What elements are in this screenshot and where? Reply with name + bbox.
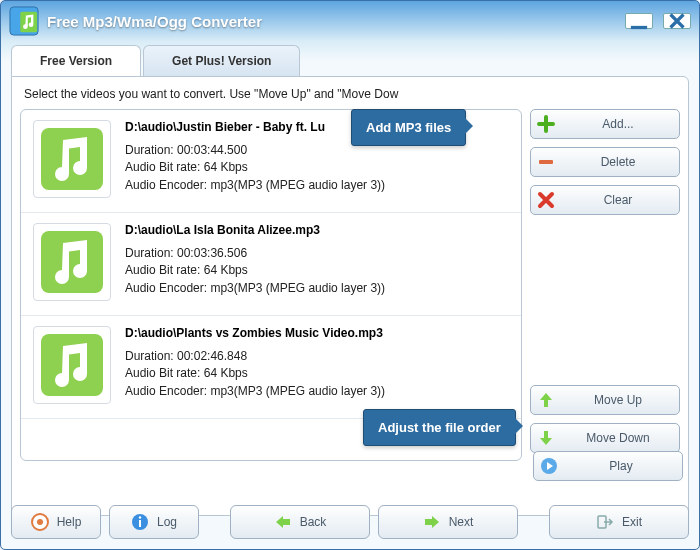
add-button[interactable]: Add... bbox=[530, 109, 680, 139]
file-thumbnail bbox=[33, 120, 111, 198]
svg-rect-4 bbox=[41, 231, 103, 293]
log-label: Log bbox=[157, 515, 177, 529]
svg-rect-2 bbox=[631, 26, 647, 29]
file-thumbnail bbox=[33, 326, 111, 404]
file-bitrate: Audio Bit rate: 64 Kbps bbox=[125, 365, 509, 382]
app-icon bbox=[9, 6, 39, 36]
play-icon bbox=[540, 457, 558, 475]
callout-add-files: Add MP3 files bbox=[351, 109, 466, 146]
close-button[interactable] bbox=[663, 13, 691, 29]
file-encoder: Audio Encoder: mp3(MP3 (MPEG audio layer… bbox=[125, 280, 509, 297]
app-title: Free Mp3/Wma/Ogg Converter bbox=[47, 13, 262, 30]
file-duration: Duration: 00:03:36.506 bbox=[125, 245, 509, 262]
tab-free-version[interactable]: Free Version bbox=[11, 45, 141, 76]
music-note-icon bbox=[39, 332, 105, 398]
move-up-button[interactable]: Move Up bbox=[530, 385, 680, 415]
side-buttons: Add... Delete Clear Move Up Move Do bbox=[530, 109, 680, 461]
tab-plus-version[interactable]: Get Plus! Version bbox=[143, 45, 300, 76]
help-button[interactable]: Help bbox=[11, 505, 101, 539]
instruction-text: Select the videos you want to convert. U… bbox=[24, 87, 676, 101]
exit-button[interactable]: Exit bbox=[549, 505, 689, 539]
move-up-label: Move Up bbox=[563, 393, 673, 407]
arrow-up-icon bbox=[537, 391, 555, 409]
arrow-right-icon bbox=[423, 513, 441, 531]
x-icon bbox=[537, 191, 555, 209]
svg-point-12 bbox=[139, 516, 141, 518]
file-duration: Duration: 00:02:46.848 bbox=[125, 348, 509, 365]
exit-icon bbox=[596, 513, 614, 531]
music-note-icon bbox=[39, 229, 105, 295]
file-thumbnail bbox=[33, 223, 111, 301]
exit-label: Exit bbox=[622, 515, 642, 529]
delete-button[interactable]: Delete bbox=[530, 147, 680, 177]
add-label: Add... bbox=[563, 117, 673, 131]
file-bitrate: Audio Bit rate: 64 Kbps bbox=[125, 262, 509, 279]
list-item[interactable]: D:\audio\Plants vs Zombies Music Video.m… bbox=[21, 316, 521, 419]
titlebar: Free Mp3/Wma/Ogg Converter bbox=[1, 1, 699, 41]
file-encoder: Audio Encoder: mp3(MP3 (MPEG audio layer… bbox=[125, 383, 509, 400]
svg-rect-3 bbox=[41, 128, 103, 190]
footer-bar: Help Log Back Next Exit bbox=[11, 505, 689, 539]
back-label: Back bbox=[300, 515, 327, 529]
help-icon bbox=[31, 513, 49, 531]
next-button[interactable]: Next bbox=[378, 505, 518, 539]
callout-file-order: Adjust the file order bbox=[363, 409, 516, 446]
clear-button[interactable]: Clear bbox=[530, 185, 680, 215]
help-label: Help bbox=[57, 515, 82, 529]
plus-icon bbox=[537, 115, 555, 133]
clear-label: Clear bbox=[563, 193, 673, 207]
delete-label: Delete bbox=[563, 155, 673, 169]
back-button[interactable]: Back bbox=[230, 505, 370, 539]
arrow-left-icon bbox=[274, 513, 292, 531]
svg-rect-1 bbox=[20, 12, 37, 33]
tabs: Free Version Get Plus! Version bbox=[11, 45, 689, 76]
main-panel: Select the videos you want to convert. U… bbox=[11, 76, 689, 516]
file-path: D:\audio\Plants vs Zombies Music Video.m… bbox=[125, 326, 509, 340]
move-down-label: Move Down bbox=[563, 431, 673, 445]
minimize-icon bbox=[626, 8, 652, 34]
list-item[interactable]: D:\audio\La Isla Bonita Alizee.mp3 Durat… bbox=[21, 213, 521, 316]
info-icon bbox=[131, 513, 149, 531]
minus-icon bbox=[537, 153, 555, 171]
music-note-icon bbox=[39, 126, 105, 192]
file-path: D:\audio\La Isla Bonita Alizee.mp3 bbox=[125, 223, 509, 237]
svg-point-9 bbox=[37, 519, 43, 525]
move-down-button[interactable]: Move Down bbox=[530, 423, 680, 453]
play-button[interactable]: Play bbox=[533, 451, 683, 481]
play-label: Play bbox=[566, 459, 676, 473]
file-bitrate: Audio Bit rate: 64 Kbps bbox=[125, 159, 509, 176]
svg-rect-11 bbox=[139, 520, 141, 527]
close-icon bbox=[664, 8, 690, 34]
svg-rect-6 bbox=[539, 160, 553, 164]
file-encoder: Audio Encoder: mp3(MP3 (MPEG audio layer… bbox=[125, 177, 509, 194]
minimize-button[interactable] bbox=[625, 13, 653, 29]
log-button[interactable]: Log bbox=[109, 505, 199, 539]
svg-rect-5 bbox=[41, 334, 103, 396]
app-window: Free Mp3/Wma/Ogg Converter Free Version … bbox=[0, 0, 700, 550]
next-label: Next bbox=[449, 515, 474, 529]
arrow-down-icon bbox=[537, 429, 555, 447]
